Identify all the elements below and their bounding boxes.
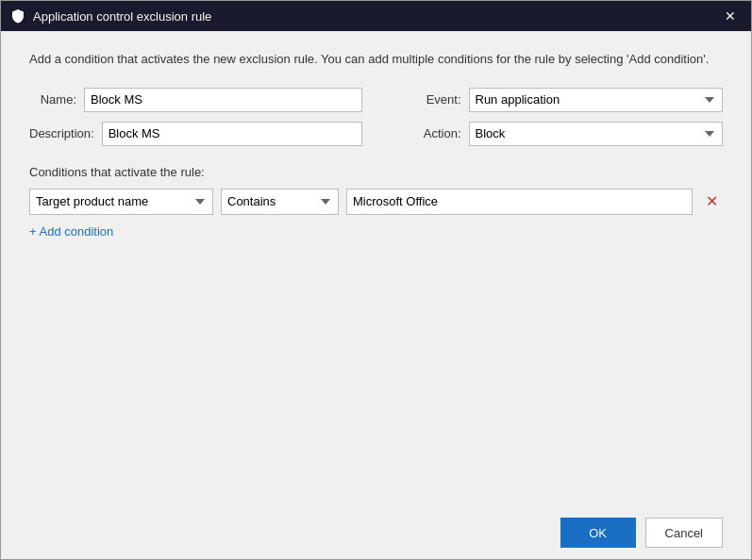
dialog: Application control exclusion rule ✕ Add…: [0, 0, 752, 560]
action-label: Action:: [391, 126, 461, 140]
add-condition-link[interactable]: + Add condition: [29, 224, 723, 239]
description-input[interactable]: [102, 122, 362, 146]
app-icon: [10, 8, 25, 24]
description-row: Description:: [29, 122, 362, 146]
titlebar: Application control exclusion rule ✕: [1, 1, 751, 31]
delete-condition-button[interactable]: ✕: [700, 190, 723, 213]
condition-type-select[interactable]: Target product name Target path Target f…: [29, 189, 213, 215]
description-label: Description:: [29, 126, 94, 140]
form-grid: Name: Event: Run application Install app…: [29, 88, 723, 146]
dialog-body: Add a condition that activates the new e…: [1, 31, 751, 506]
action-select[interactable]: Block Allow Report: [469, 122, 724, 146]
event-select[interactable]: Run application Install application Load…: [469, 88, 724, 112]
spacer: [29, 239, 723, 488]
name-input[interactable]: [84, 88, 362, 112]
condition-operator-select[interactable]: Contains Equals Starts with Ends with: [221, 189, 339, 215]
event-row: Event: Run application Install applicati…: [391, 88, 724, 112]
condition-row: Target product name Target path Target f…: [29, 189, 723, 215]
condition-value-input[interactable]: [346, 189, 693, 215]
conditions-label: Conditions that activate the rule:: [29, 165, 723, 179]
dialog-footer: OK Cancel: [1, 506, 751, 559]
name-row: Name:: [29, 88, 362, 112]
action-row: Action: Block Allow Report: [391, 122, 724, 146]
event-label: Event:: [391, 92, 461, 107]
description-text: Add a condition that activates the new e…: [29, 50, 723, 69]
close-button[interactable]: ✕: [719, 5, 742, 27]
cancel-button[interactable]: Cancel: [645, 518, 723, 548]
ok-button[interactable]: OK: [560, 518, 636, 548]
name-label: Name:: [29, 92, 76, 107]
dialog-title: Application control exclusion rule: [33, 9, 711, 24]
